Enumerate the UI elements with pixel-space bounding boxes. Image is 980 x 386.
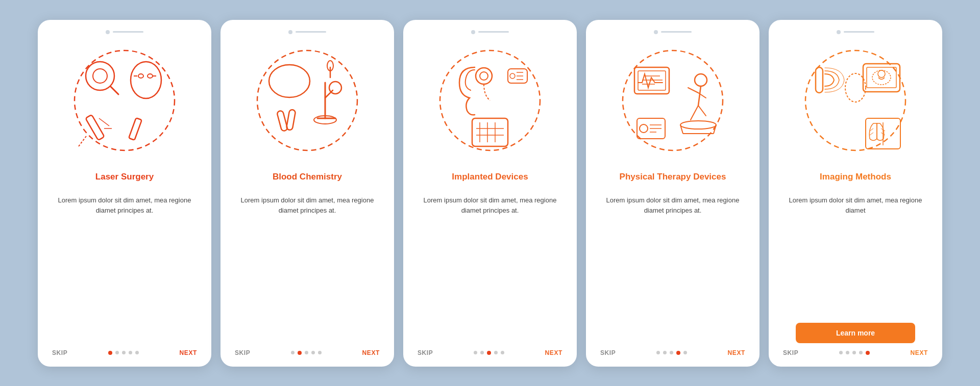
- svg-point-28: [476, 68, 492, 84]
- screen-blood-chemistry: Blood Chemistry Lorem ipsum dolor sit di…: [220, 20, 394, 367]
- nav-dots: [291, 351, 322, 355]
- screen-imaging-methods: Imaging Methods Lorem ipsum dolor sit di…: [769, 20, 942, 367]
- nav-dot-5: [866, 351, 870, 355]
- top-bar-3: [415, 30, 565, 34]
- svg-rect-42: [634, 67, 669, 94]
- next-button[interactable]: NEXT: [180, 349, 197, 356]
- nav-dot-4: [129, 351, 132, 354]
- nav-dot-2: [115, 351, 119, 354]
- skip-button[interactable]: SKIP: [600, 349, 616, 356]
- svg-line-56: [691, 106, 698, 120]
- bottom-nav: SKIP NEXT: [598, 349, 747, 356]
- nav-dot-3: [670, 351, 673, 354]
- top-line: [113, 31, 143, 33]
- top-bar-5: [781, 30, 930, 34]
- nav-dots: [108, 351, 139, 355]
- next-button[interactable]: NEXT: [728, 349, 745, 356]
- svg-line-72: [870, 133, 873, 135]
- svg-point-2: [93, 69, 107, 83]
- next-button[interactable]: NEXT: [362, 349, 380, 356]
- svg-point-21: [329, 82, 341, 94]
- screen-title: Laser Surgery: [95, 166, 154, 189]
- nav-dots: [839, 351, 870, 355]
- bottom-nav: SKIP NEXT: [50, 349, 199, 356]
- nav-dot-5: [501, 351, 504, 354]
- nav-dot-1: [291, 351, 295, 354]
- next-button[interactable]: NEXT: [911, 349, 928, 356]
- bottom-nav: SKIP NEXT: [781, 349, 930, 356]
- screen-physical-therapy: Physical Therapy Devices Lorem ipsum dol…: [586, 20, 760, 367]
- nav-dot-4: [494, 351, 498, 354]
- svg-point-58: [680, 121, 716, 129]
- svg-rect-11: [129, 118, 142, 140]
- svg-point-48: [640, 124, 648, 133]
- svg-rect-43: [638, 71, 666, 90]
- svg-point-15: [269, 65, 310, 97]
- nav-dot-2: [480, 351, 484, 354]
- nav-dot-3: [122, 351, 126, 354]
- screens-container: Laser Surgery Lorem ipsum dolor sit dim …: [38, 20, 942, 367]
- top-dot: [471, 30, 475, 34]
- nav-dot-5: [318, 351, 322, 354]
- svg-line-20: [325, 90, 333, 98]
- screen-title: Implanted Devices: [452, 166, 528, 189]
- nav-dot-3: [487, 351, 491, 355]
- nav-dot-3: [852, 351, 856, 354]
- top-line: [478, 31, 509, 33]
- top-line: [296, 31, 326, 33]
- nav-dot-2: [663, 351, 667, 354]
- screen-body: Lorem ipsum dolor sit dim amet, mea regi…: [50, 195, 199, 342]
- screen-title: Blood Chemistry: [273, 166, 342, 189]
- svg-line-3: [111, 87, 118, 94]
- top-dot: [106, 30, 110, 34]
- svg-point-6: [148, 74, 153, 78]
- nav-dot-1: [108, 351, 112, 355]
- top-dot: [288, 30, 292, 34]
- screen-implanted-devices: Implanted Devices Lorem ipsum dolor sit …: [403, 20, 577, 367]
- svg-line-12: [99, 118, 109, 126]
- nav-dot-4: [676, 351, 680, 355]
- top-dot: [654, 30, 658, 34]
- svg-point-37: [510, 73, 515, 79]
- svg-rect-23: [277, 110, 288, 132]
- nav-dot-4: [311, 351, 315, 354]
- screen-body: Lorem ipsum dolor sit dim amet, mea regi…: [415, 195, 565, 342]
- bottom-nav: SKIP NEXT: [415, 349, 565, 356]
- illustration-imaging-methods: [794, 39, 917, 162]
- nav-dot-3: [305, 351, 308, 354]
- nav-dot-1: [474, 351, 477, 354]
- learn-more-button[interactable]: Learn more: [796, 323, 915, 343]
- skip-button[interactable]: SKIP: [783, 349, 798, 356]
- top-bar-4: [598, 30, 747, 34]
- svg-line-53: [698, 86, 701, 106]
- nav-dot-1: [656, 351, 660, 354]
- screen-body: Lorem ipsum dolor sit dim amet, mea regi…: [598, 195, 747, 342]
- svg-point-41: [623, 50, 723, 150]
- svg-point-4: [131, 62, 161, 98]
- svg-point-29: [480, 72, 488, 80]
- nav-dot-2: [846, 351, 849, 354]
- nav-dots: [656, 351, 687, 355]
- top-bar-1: [50, 30, 199, 34]
- screen-laser-surgery: Laser Surgery Lorem ipsum dolor sit dim …: [38, 20, 211, 367]
- nav-dot-5: [683, 351, 687, 354]
- nav-dot-4: [859, 351, 863, 354]
- bottom-nav: SKIP NEXT: [233, 349, 382, 356]
- screen-title: Imaging Methods: [820, 166, 891, 189]
- skip-button[interactable]: SKIP: [52, 349, 67, 356]
- skip-button[interactable]: SKIP: [235, 349, 250, 356]
- svg-point-14: [257, 50, 357, 150]
- illustration-implanted-devices: [429, 39, 551, 162]
- svg-rect-30: [472, 118, 508, 146]
- illustration-physical-therapy: [611, 39, 734, 162]
- next-button[interactable]: NEXT: [545, 349, 562, 356]
- top-line: [844, 31, 874, 33]
- skip-button[interactable]: SKIP: [418, 349, 433, 356]
- screen-body: Lorem ipsum dolor sit dim amet, mea regi…: [781, 195, 930, 318]
- top-dot: [837, 30, 841, 34]
- svg-point-62: [805, 50, 905, 150]
- svg-point-52: [695, 74, 707, 86]
- svg-line-57: [698, 106, 706, 116]
- svg-rect-9: [85, 114, 104, 140]
- svg-rect-67: [816, 67, 823, 93]
